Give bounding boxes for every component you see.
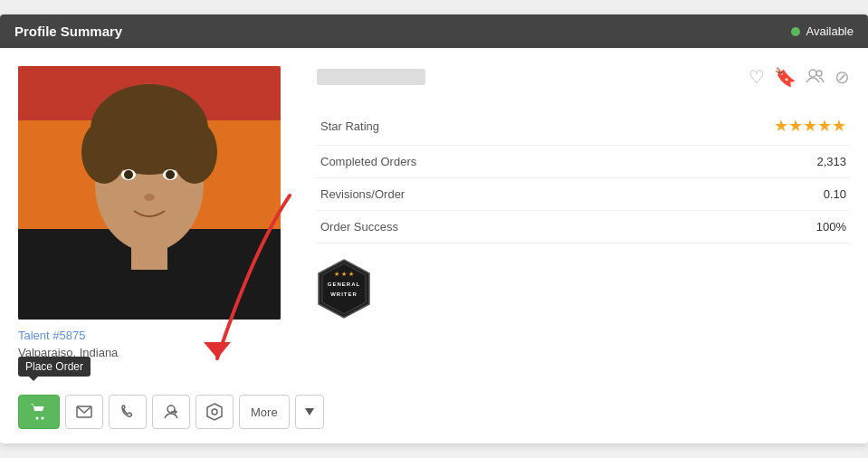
svg-point-10	[166, 170, 175, 179]
svg-marker-26	[207, 404, 222, 420]
revisions-row: Revisions/Order 0.10	[317, 178, 850, 211]
profile-photo	[18, 66, 281, 320]
left-column: Talent #5875 Valparaiso, Indiana Doctora…	[18, 66, 299, 377]
email-button[interactable]	[65, 395, 103, 429]
svg-text:★ ★ ★: ★ ★ ★	[334, 271, 354, 277]
order-success-value: 100%	[618, 211, 850, 243]
svg-text:WRITER: WRITER	[330, 291, 358, 297]
place-order-button[interactable]	[18, 395, 60, 429]
more-button[interactable]: More	[239, 395, 290, 429]
revisions-value: 0.10	[618, 178, 850, 211]
completed-orders-label: Completed Orders	[317, 146, 618, 178]
svg-point-27	[212, 409, 217, 415]
chevron-down-icon	[305, 408, 314, 415]
svg-point-22	[42, 417, 44, 420]
group-icon[interactable]	[806, 66, 825, 91]
star-rating-value: ★★★★★	[618, 107, 850, 146]
status-area: Available	[791, 24, 854, 38]
place-order-tooltip: Place Order	[18, 357, 91, 377]
svg-rect-12	[131, 243, 167, 270]
star-rating-label: Star Rating	[317, 107, 618, 146]
stats-table: Star Rating ★★★★★ Completed Orders 2,313…	[317, 107, 850, 243]
user-name-blurred	[317, 69, 425, 85]
badge-area: ★ ★ ★ GENERAL WRITER	[317, 258, 850, 320]
svg-point-14	[816, 71, 822, 76]
talent-id: Talent #5875	[18, 329, 299, 342]
card-body: Talent #5875 Valparaiso, Indiana Doctora…	[0, 48, 868, 386]
card-title: Profile Summary	[14, 24, 122, 39]
card-footer: Place Order	[0, 386, 868, 444]
stars-display: ★★★★★	[774, 117, 846, 135]
badge-icon	[206, 403, 223, 421]
assign-icon	[163, 404, 179, 420]
status-dot-icon	[791, 27, 800, 36]
more-label: More	[251, 406, 278, 419]
profile-image	[18, 66, 281, 320]
phone-button[interactable]	[109, 395, 147, 429]
order-success-row: Order Success 100%	[317, 211, 850, 243]
svg-point-13	[809, 70, 816, 77]
bookmark-icon[interactable]: 🔖	[774, 66, 796, 91]
status-label: Available	[806, 24, 854, 38]
svg-point-21	[36, 417, 39, 420]
completed-orders-row: Completed Orders 2,313	[317, 146, 850, 178]
email-icon	[76, 406, 92, 418]
svg-point-11	[144, 194, 155, 201]
completed-orders-value: 2,313	[618, 146, 850, 178]
profile-card: Profile Summary Available	[0, 14, 868, 444]
block-icon[interactable]: ⊘	[835, 66, 850, 91]
more-dropdown-button[interactable]	[295, 395, 324, 429]
svg-point-5	[81, 120, 127, 184]
svg-point-6	[172, 120, 217, 184]
badge-button[interactable]	[196, 395, 234, 429]
card-header: Profile Summary Available	[0, 14, 868, 48]
cart-icon	[30, 403, 48, 421]
revisions-label: Revisions/Order	[317, 178, 618, 211]
star-rating-row: Star Rating ★★★★★	[317, 107, 850, 146]
svg-point-8	[124, 170, 133, 179]
phone-icon	[120, 405, 135, 419]
right-column: ♡ 🔖 ⊘ Star Rating	[317, 66, 850, 377]
svg-marker-28	[305, 408, 314, 415]
top-action-icons: ♡ 🔖 ⊘	[749, 66, 850, 91]
order-success-label: Order Success	[317, 211, 618, 243]
favorite-icon[interactable]: ♡	[749, 66, 765, 91]
assign-button[interactable]	[152, 395, 190, 429]
general-writer-badge: ★ ★ ★ GENERAL WRITER	[317, 258, 371, 320]
svg-text:GENERAL: GENERAL	[328, 281, 360, 287]
